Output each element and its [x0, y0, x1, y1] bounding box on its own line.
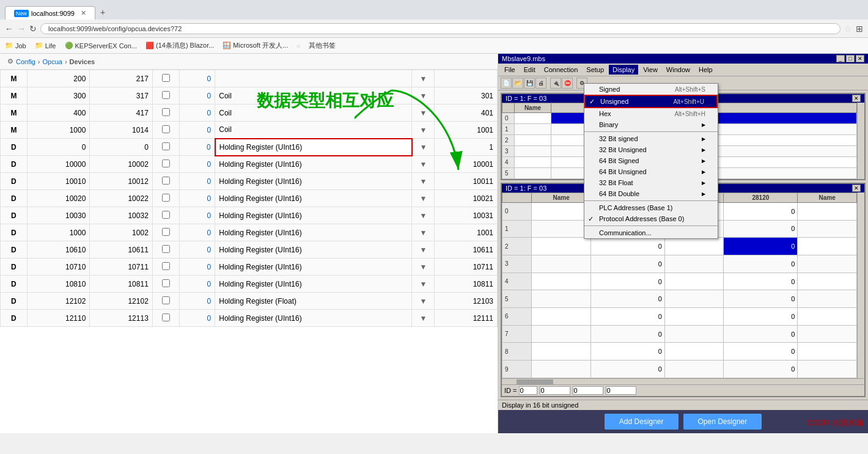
data-cell: 0: [90, 139, 152, 156]
dropdown-arrow[interactable]: ▼: [412, 139, 435, 156]
dropdown-arrow[interactable]: ▼: [412, 276, 435, 293]
data-cell: 317: [90, 87, 152, 104]
dropdown-arrow[interactable]: ▼: [412, 70, 435, 87]
row-checkbox[interactable]: [162, 262, 170, 270]
bookmark-blazor[interactable]: 🟥 (14条消息) Blazor...: [145, 41, 214, 50]
dropdown-arrow[interactable]: ▼: [412, 122, 435, 139]
modbus-cell-id: 5: [502, 168, 515, 179]
bookmark-kep[interactable]: 🟢 KEPServerEX Con...: [65, 42, 138, 49]
row-checkbox[interactable]: [162, 245, 170, 253]
bookmark-ms[interactable]: 🪟 Microsoft 开发人...: [223, 41, 288, 50]
data-cell: 0: [179, 139, 215, 156]
dropdown-arrow[interactable]: ▼: [412, 104, 435, 122]
extensions-icon[interactable]: ⊞: [856, 24, 863, 34]
row-checkbox[interactable]: [162, 211, 170, 219]
row-checkbox[interactable]: [162, 313, 170, 321]
data-cell: 10012: [90, 173, 152, 190]
toolbar-print[interactable]: 🖨: [535, 78, 546, 89]
url-bar[interactable]: localhost:9099/web/config/opcua.devices?…: [40, 23, 840, 34]
toolbar-open[interactable]: 📂: [512, 78, 523, 89]
new-tab-button[interactable]: +: [95, 5, 110, 20]
row-checkbox[interactable]: [162, 194, 170, 202]
bookmark-other[interactable]: 其他书签: [309, 41, 336, 50]
row-checkbox[interactable]: [162, 108, 170, 116]
menu-edit[interactable]: Edit: [520, 65, 539, 75]
modbus-scrollbar-1[interactable]: [857, 103, 864, 179]
dropdown-arrow[interactable]: ▼: [412, 207, 435, 224]
star-icon[interactable]: ☆: [844, 24, 852, 34]
modbus-cell-val: [551, 135, 857, 146]
dropdown-arrow[interactable]: ▼: [412, 87, 435, 104]
row-checkbox[interactable]: [162, 228, 170, 236]
bookmark-job[interactable]: 📁 Job: [5, 42, 26, 49]
browser-tab-bar: New localhost:9099 ✕ +: [0, 0, 868, 20]
forward-button[interactable]: →: [17, 24, 26, 34]
dropdown-arrow[interactable]: ▼: [412, 173, 435, 190]
toolbar-connect[interactable]: 🔌: [550, 78, 561, 89]
breadcrumb-opcua[interactable]: Opcua: [42, 58, 62, 65]
data-cell: 0: [179, 241, 215, 258]
modbus-maximize[interactable]: □: [846, 55, 855, 62]
modbus-cell-val: [551, 157, 857, 168]
menu-connection[interactable]: Connection: [540, 65, 582, 75]
row-checkbox[interactable]: [162, 142, 170, 150]
data-cell: 300: [27, 87, 89, 104]
col-name3: Name: [664, 192, 724, 202]
modbus-hscroll[interactable]: [517, 379, 553, 384]
modbus-minimize[interactable]: _: [836, 55, 845, 62]
data-cell: 0: [179, 156, 215, 173]
row-checkbox[interactable]: [162, 159, 170, 167]
id-input[interactable]: [519, 386, 537, 395]
bookmark-life[interactable]: 📁 Life: [35, 42, 56, 49]
modbus-cell-name3: [664, 238, 724, 255]
toolbar-disconnect[interactable]: ⛔: [562, 78, 573, 89]
add-designer-button[interactable]: Add Designer: [605, 414, 679, 430]
row-checkbox[interactable]: [162, 296, 170, 304]
browser-tab[interactable]: New localhost:9099 ✕: [5, 6, 95, 20]
data-cell: M: [1, 70, 28, 87]
val-input-3[interactable]: [606, 386, 636, 395]
back-button[interactable]: ←: [5, 24, 13, 34]
menu-setup[interactable]: Setup: [583, 65, 608, 75]
modbus-cell-name2: [532, 202, 591, 220]
open-designer-button[interactable]: Open Designer: [683, 414, 762, 430]
val-input-2[interactable]: [573, 386, 603, 395]
modbus-window1-close[interactable]: ✕: [852, 95, 861, 102]
menu-view[interactable]: View: [639, 65, 661, 75]
data-cell: 1001: [435, 224, 498, 241]
row-checkbox[interactable]: [162, 177, 170, 185]
breadcrumb-config[interactable]: Config: [16, 58, 35, 65]
dropdown-arrow[interactable]: ▼: [412, 310, 435, 327]
row-checkbox[interactable]: [162, 125, 170, 133]
dropdown-arrow[interactable]: ▼: [412, 190, 435, 207]
toolbar-save[interactable]: 💾: [524, 78, 535, 89]
modbus-cell-id: 4: [502, 157, 515, 168]
modbus-window2-close[interactable]: ✕: [852, 185, 861, 192]
menu-file[interactable]: File: [501, 65, 519, 75]
type-cell: [215, 70, 412, 87]
modbus-cell-val: [551, 146, 857, 157]
menu-help[interactable]: Help: [695, 65, 716, 75]
menu-display[interactable]: Display: [609, 65, 638, 75]
tab-close-icon[interactable]: ✕: [81, 9, 86, 17]
menu-window[interactable]: Window: [663, 65, 694, 75]
data-cell: 0: [179, 173, 215, 190]
modbus-close[interactable]: ✕: [856, 55, 864, 62]
modbus-cell-v2: 0: [724, 255, 798, 273]
dropdown-arrow[interactable]: ▼: [412, 224, 435, 241]
modbus-scrollbar-2[interactable]: [857, 192, 864, 378]
modbus-cell-name2: [532, 290, 591, 308]
dropdown-arrow[interactable]: ▼: [412, 293, 435, 310]
row-checkbox[interactable]: [162, 91, 170, 99]
dropdown-arrow[interactable]: ▼: [412, 241, 435, 258]
row-checkbox[interactable]: [162, 74, 170, 82]
modbus-row: 5: [502, 168, 857, 179]
refresh-button[interactable]: ↻: [29, 24, 37, 34]
row-checkbox[interactable]: [162, 279, 170, 287]
dropdown-arrow[interactable]: ▼: [412, 156, 435, 173]
val-input-1[interactable]: [540, 386, 570, 395]
dropdown-arrow[interactable]: ▼: [412, 258, 435, 276]
modbus-cell-name2: [532, 255, 591, 273]
toolbar-settings[interactable]: ⚙: [576, 78, 587, 89]
toolbar-new[interactable]: 📄: [501, 78, 512, 89]
